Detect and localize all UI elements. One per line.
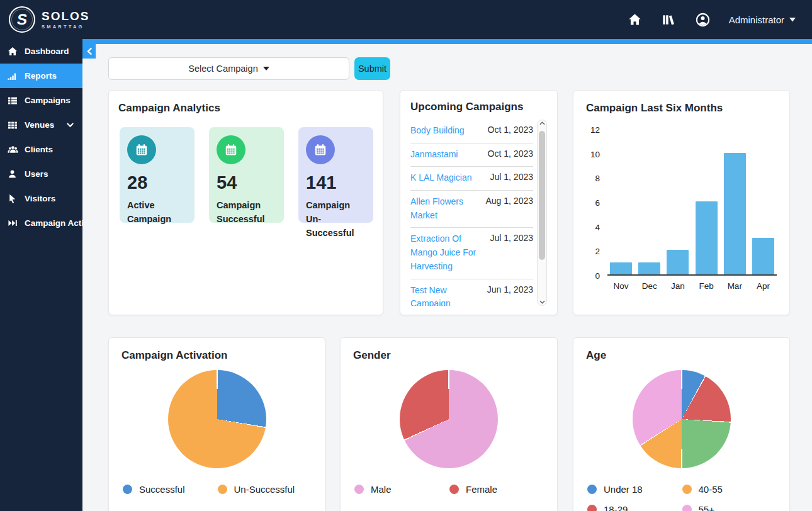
caret-down-icon — [789, 18, 796, 22]
legend-item-female: Female — [449, 484, 544, 495]
legend-dot — [123, 485, 132, 494]
card-title: Campaign Activation — [121, 349, 312, 362]
user-circle-icon[interactable] — [695, 11, 711, 28]
sidebar-item-campaigns[interactable]: Campaigns — [0, 88, 82, 113]
brand-subtitle: SMARTTAG — [42, 24, 90, 30]
x-tick-feb: Feb — [696, 281, 718, 291]
legend-label: Un-Successful — [234, 484, 295, 495]
list-item: K LAL Magician Jul 1, 2023 — [410, 167, 533, 191]
campaign-date: Jul 1, 2023 — [490, 171, 534, 182]
sidebar-item-label: Visitors — [25, 194, 55, 203]
scrollbar-thumb[interactable] — [539, 131, 545, 260]
y-tick-8: 8 — [586, 174, 600, 183]
pie-legend: Under 1840-5518-2955+ — [586, 484, 777, 511]
library-icon[interactable] — [661, 11, 677, 28]
sidebar-item-users[interactable]: Users — [0, 162, 82, 186]
campaign-select-dropdown[interactable]: Select Campaign — [108, 57, 349, 80]
sidebar-collapse-button[interactable] — [82, 44, 96, 59]
sidebar-item-label: Venues — [25, 120, 54, 130]
card-title: Age — [586, 349, 777, 362]
sidebar-item-reports[interactable]: Reports — [0, 64, 82, 88]
legend-item-40-55: 40-55 — [682, 484, 777, 495]
calendar-icon — [217, 135, 245, 164]
legend-item-male: Male — [354, 484, 449, 495]
stat-tile-active-campaign: 28 Active Campaign — [120, 127, 195, 223]
bar-mar — [724, 153, 746, 274]
legend-item-55-: 55+ — [682, 504, 777, 511]
legend-item-un-successful: Un-Successful — [218, 484, 313, 495]
calendar-icon — [127, 135, 156, 164]
legend-item-18-29: 18-29 — [587, 504, 682, 511]
list-item: Body Building Oct 1, 2023 — [410, 120, 533, 143]
legend-dot — [449, 485, 459, 494]
bar-chart: 024681012 — [586, 130, 777, 276]
stat-value: 28 — [127, 172, 187, 193]
stat-label: Active Campaign — [127, 199, 187, 227]
mouse-pointer-icon — [8, 193, 18, 204]
sidebar-item-clients[interactable]: Clients — [0, 137, 82, 162]
list-icon — [8, 95, 18, 106]
chevron-left-icon — [87, 48, 92, 55]
list-item: Extraction Of Mango Juice For Harvesting… — [410, 228, 533, 279]
campaign-date: Aug 1, 2023 — [485, 195, 533, 206]
sidebar-item-label: Reports — [25, 71, 57, 81]
legend-dot — [587, 485, 597, 494]
bar-apr — [752, 238, 774, 274]
legend-label: Under 18 — [604, 484, 643, 495]
bar-feb — [696, 201, 718, 274]
campaign-link[interactable]: Extraction Of Mango Juice For Harvesting — [410, 232, 481, 273]
sidebar-item-dashboard[interactable]: Dashboard — [0, 39, 82, 64]
top-navbar: S SOLOS SMARTTAG Administrator — [0, 0, 812, 39]
x-tick-mar: Mar — [724, 281, 746, 291]
x-tick-dec: Dec — [638, 281, 660, 291]
stat-tile-campaign-unsuccessful: 141 Campaign Un-Successful — [298, 127, 373, 223]
bar-series — [607, 130, 777, 276]
legend-label: 40-55 — [699, 484, 723, 495]
campaign-link[interactable]: Body Building — [410, 124, 481, 138]
campaign-last-six-months-card: Campaign Last Six Months 024681012 NovDe… — [573, 90, 790, 315]
x-tick-jan: Jan — [667, 281, 689, 291]
pie-legend: SuccessfulUn-Successful — [121, 484, 312, 495]
user-icon — [8, 169, 18, 179]
sidebar-item-campaign-activation[interactable]: Campaign Activation — [0, 211, 82, 235]
campaign-link[interactable]: Allen Flowers Market — [410, 195, 481, 222]
brand-logo: S SOLOS SMARTTAG — [9, 6, 90, 33]
submit-button[interactable]: Submit — [354, 57, 390, 80]
campaign-activation-card: Campaign Activation SuccessfulUn-Success… — [108, 337, 325, 511]
bar-dec — [638, 262, 660, 274]
campaign-link[interactable]: K LAL Magician — [410, 171, 481, 185]
legend-dot — [218, 485, 227, 494]
sidebar-item-label: Campaign Activation — [25, 218, 82, 228]
campaign-date: Jun 1, 2023 — [487, 284, 533, 295]
home-icon[interactable] — [627, 11, 643, 28]
home-icon — [8, 46, 18, 57]
stat-value: 141 — [306, 172, 366, 193]
users-group-icon — [8, 144, 18, 155]
sidebar-item-venues[interactable]: Venues — [0, 113, 82, 137]
list-item: Test New Campaign Jun 1, 2023 — [410, 279, 533, 306]
card-title: Campaign Last Six Months — [586, 102, 777, 115]
caret-down-icon — [263, 67, 269, 70]
campaign-link[interactable]: Janmastami — [410, 148, 481, 162]
y-tick-12: 12 — [586, 125, 600, 135]
scroll-down-icon[interactable] — [539, 300, 545, 304]
campaign-date: Oct 1, 2023 — [488, 124, 533, 135]
calendar-icon — [306, 135, 335, 164]
bar-jan — [667, 250, 689, 274]
stat-value: 54 — [217, 172, 276, 193]
administrator-menu[interactable]: Administrator — [729, 14, 796, 25]
stat-tile-campaign-successful: 54 Campaign Successful — [209, 127, 284, 223]
scrollbar[interactable] — [537, 120, 547, 306]
sidebar-item-label: Users — [25, 169, 48, 179]
main-content: Select Campaign Submit Campaign Analytic… — [82, 39, 812, 511]
sidebar-item-label: Campaigns — [25, 96, 70, 105]
campaign-date: Jul 1, 2023 — [490, 232, 534, 243]
scroll-up-icon[interactable] — [539, 121, 545, 125]
campaign-link[interactable]: Test New Campaign — [410, 284, 481, 306]
campaign-analytics-card: Campaign Analytics 28 Active Campaign 54 — [108, 90, 383, 315]
sidebar-item-visitors[interactable]: Visitors — [0, 186, 82, 211]
campaign-select-label: Select Campaign — [188, 64, 257, 74]
legend-dot — [682, 485, 692, 494]
age-pie — [633, 370, 731, 468]
bar-x-labels: NovDecJanFebMarApr — [607, 281, 777, 291]
